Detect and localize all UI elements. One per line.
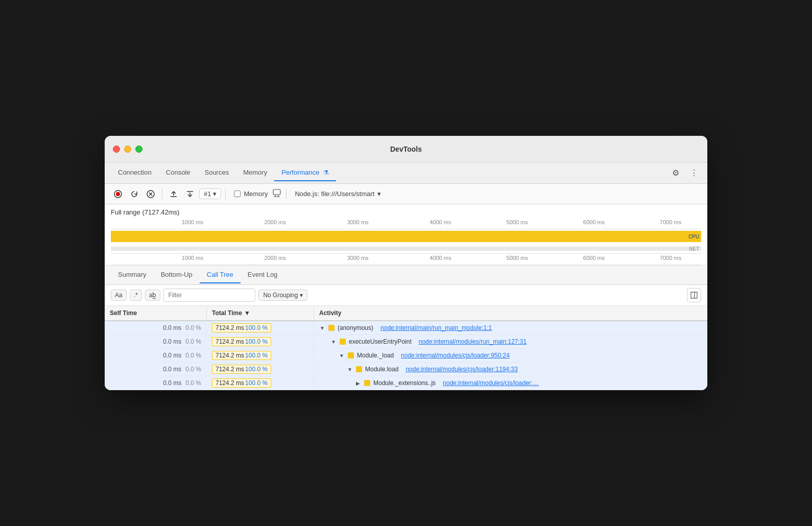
ruler-content-top: 1000 ms 2000 ms 3000 ms 4000 ms 5000 ms … <box>111 219 701 229</box>
td-total-1: 7124.2 ms 100.0 % <box>207 335 314 348</box>
activity-color-1 <box>340 339 346 345</box>
time-marker-b4: 4000 ms <box>429 255 451 261</box>
settings-icon[interactable]: ⚙ <box>668 166 683 180</box>
performance-icon: ⚗ <box>323 169 329 176</box>
time-marker-5: 5000 ms <box>507 219 528 225</box>
profile-dropdown-icon: ▾ <box>213 190 217 198</box>
th-total-time[interactable]: Total Time ▼ <box>207 306 314 320</box>
activity-color-0 <box>328 325 335 331</box>
td-self-1: 0.0 ms 0.0 % <box>105 335 207 348</box>
cpu-bar: CPU <box>111 231 701 242</box>
regex-button[interactable]: .* <box>130 290 142 301</box>
profile-selector[interactable]: #1 ▾ <box>199 188 221 199</box>
tab-bottom-up[interactable]: Bottom-Up <box>154 267 200 283</box>
case-match-button[interactable]: ab̲ <box>145 290 161 301</box>
tab-memory[interactable]: Memory <box>236 164 274 181</box>
activity-name-1: executeUserEntryPoint <box>349 338 412 345</box>
tab-connection[interactable]: Connection <box>111 164 159 181</box>
toolbar-separator-3 <box>286 189 286 199</box>
time-marker-7: 7000 ms <box>660 219 681 225</box>
grouping-label: No Grouping <box>263 292 298 299</box>
expand-arrow-0[interactable]: ▼ <box>319 325 325 331</box>
toolbar-separator-2 <box>225 189 226 199</box>
td-activity-0: ▼ (anonymous) node:internal/main/run_mai… <box>314 321 707 334</box>
time-marker-3: 3000 ms <box>347 219 368 225</box>
activity-link-2[interactable]: node:internal/modules/cjs/loader:950:24 <box>401 352 510 359</box>
tab-console[interactable]: Console <box>159 164 198 181</box>
table-header: Self Time Total Time ▼ Activity <box>105 306 707 321</box>
performance-toolbar: #1 ▾ Memory Node.js: file:///Users/stmar… <box>105 184 707 204</box>
memory-label: Memory <box>244 190 268 198</box>
table-row: 0.0 ms 0.0 % 7124.2 ms 100.0 % ▼ Module.… <box>105 363 707 376</box>
tab-event-log[interactable]: Event Log <box>241 267 285 283</box>
time-marker-b5: 5000 ms <box>507 255 528 261</box>
td-self-0: 0.0 ms 0.0 % <box>105 321 207 334</box>
td-activity-2: ▼ Module._load node:internal/modules/cjs… <box>314 349 707 362</box>
activity-link-3[interactable]: node:internal/modules/cjs/loader:1194:33 <box>405 366 517 373</box>
main-tabs-bar: Connection Console Sources Memory Perfor… <box>105 162 707 184</box>
titlebar: DevTools <box>105 136 707 162</box>
activity-name-2: Module._load <box>357 352 394 359</box>
net-bar-container: NET <box>111 244 701 254</box>
expand-arrow-3[interactable]: ▼ <box>347 367 353 372</box>
record-button[interactable] <box>111 187 125 201</box>
time-marker-b7: 7000 ms <box>660 255 681 261</box>
minimize-button[interactable] <box>124 146 131 153</box>
case-sensitive-button[interactable]: Aa <box>111 290 127 301</box>
expand-arrow-4[interactable]: ▶ <box>355 380 361 386</box>
activity-link-0[interactable]: node:internal/main/run_main_module:1:1 <box>380 324 492 331</box>
td-self-3: 0.0 ms 0.0 % <box>105 363 207 376</box>
tab-performance[interactable]: Performance ⚗ <box>274 164 336 181</box>
tab-sources[interactable]: Sources <box>197 164 236 181</box>
time-marker-b3: 3000 ms <box>347 255 368 261</box>
grouping-arrow-icon: ▾ <box>300 292 303 299</box>
activity-name-3: Module.load <box>365 366 398 373</box>
maximize-button[interactable] <box>135 146 142 153</box>
tab-summary[interactable]: Summary <box>111 267 154 283</box>
more-options-icon[interactable]: ⋮ <box>687 166 701 180</box>
svg-point-1 <box>116 192 120 196</box>
download-button[interactable] <box>183 187 197 201</box>
sub-tabs-bar: Summary Bottom-Up Call Tree Event Log <box>105 266 707 285</box>
ruler-content-bottom: 1000 ms 2000 ms 3000 ms 4000 ms 5000 ms … <box>111 255 701 265</box>
clear-button[interactable] <box>144 187 158 201</box>
activity-color-3 <box>356 366 362 372</box>
flush-button[interactable] <box>272 188 282 200</box>
time-marker-b2: 2000 ms <box>265 255 286 261</box>
full-range-label: Full range (7127.42ms) <box>111 208 701 216</box>
call-tree-table: Self Time Total Time ▼ Activity 0.0 ms 0… <box>105 306 707 390</box>
activity-link-1[interactable]: node:internal/modules/run_main:127:31 <box>419 338 527 345</box>
node-target-label: Node.js: file:///Users/stmart <box>295 190 374 198</box>
th-activity: Activity <box>314 306 707 320</box>
time-marker-b6: 6000 ms <box>583 255 605 261</box>
td-activity-4: ▶ Module._extensions..js node:internal/m… <box>314 376 707 390</box>
filter-bar: Aa .* ab̲ No Grouping ▾ <box>105 285 707 306</box>
td-self-4: 0.0 ms 0.0 % <box>105 376 207 390</box>
expand-arrow-1[interactable]: ▼ <box>330 339 337 345</box>
tab-call-tree[interactable]: Call Tree <box>200 267 241 283</box>
sort-icon: ▼ <box>244 309 250 317</box>
activity-link-4[interactable]: node:internal/modules/cjs/loader:… <box>443 379 539 387</box>
time-marker-6: 6000 ms <box>583 219 605 225</box>
refresh-button[interactable] <box>127 187 141 201</box>
memory-checkbox-input[interactable] <box>234 190 241 197</box>
time-ruler-bottom: 1000 ms 2000 ms 3000 ms 4000 ms 5000 ms … <box>111 255 701 265</box>
td-self-2: 0.0 ms 0.0 % <box>105 349 207 362</box>
node-target-selector[interactable]: Node.js: file:///Users/stmart ▾ <box>295 190 381 198</box>
filter-input[interactable] <box>163 289 255 302</box>
net-bar <box>111 247 701 251</box>
panel-toggle-button[interactable] <box>687 288 701 302</box>
node-target-arrow: ▾ <box>377 190 381 198</box>
time-marker-b1: 1000 ms <box>182 255 203 261</box>
activity-color-2 <box>348 352 354 358</box>
memory-checkbox-container[interactable]: Memory <box>234 190 268 198</box>
table-row: 0.0 ms 0.0 % 7124.2 ms 100.0 % ▼ (anonym… <box>105 321 707 335</box>
upload-button[interactable] <box>166 187 181 201</box>
expand-arrow-2[interactable]: ▼ <box>339 353 345 358</box>
profile-id: #1 <box>204 190 211 198</box>
td-total-0: 7124.2 ms 100.0 % <box>207 321 314 334</box>
close-button[interactable] <box>113 146 120 153</box>
grouping-dropdown[interactable]: No Grouping ▾ <box>258 290 307 301</box>
th-self-time: Self Time <box>105 306 207 320</box>
td-activity-1: ▼ executeUserEntryPoint node:internal/mo… <box>314 335 707 348</box>
